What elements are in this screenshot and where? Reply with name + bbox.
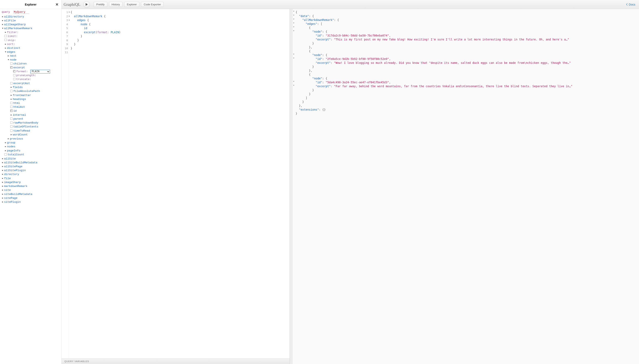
checkbox[interactable]: [10, 102, 12, 104]
field-file[interactable]: file: [4, 177, 11, 180]
caret-right-icon[interactable]: ▶: [10, 114, 12, 116]
field-allSitePage[interactable]: allSitePage: [4, 165, 22, 168]
prettify-button[interactable]: Prettify: [94, 2, 107, 7]
field-imageSharp[interactable]: imageSharp: [4, 181, 21, 184]
caret-right-icon[interactable]: ▶: [4, 145, 6, 148]
field-timeToRead[interactable]: timeToRead: [13, 129, 30, 132]
caret-right-icon[interactable]: ▶: [2, 158, 4, 160]
field-fields[interactable]: fields: [13, 86, 23, 89]
caret-right-icon[interactable]: ▶: [2, 193, 4, 196]
field-totalCount[interactable]: totalCount: [8, 153, 24, 156]
execute-button[interactable]: [83, 1, 90, 8]
caret-right-icon[interactable]: ▶: [2, 19, 4, 22]
field-allDirectory[interactable]: allDirectory: [4, 15, 24, 18]
field-distinct[interactable]: distinct: [7, 46, 20, 50]
fold-caret-icon[interactable]: ▼: [69, 18, 70, 22]
caret-right-icon[interactable]: ▶: [4, 141, 6, 144]
field-siteBuildMetadata[interactable]: siteBuildMetadata: [4, 193, 32, 196]
field-headings[interactable]: headings: [13, 98, 26, 101]
explorer-button[interactable]: Explorer: [124, 2, 139, 7]
query-name-input[interactable]: [13, 10, 29, 14]
checkbox-checked[interactable]: [13, 70, 16, 72]
field-children[interactable]: children: [13, 62, 27, 65]
field-excerptAst[interactable]: excerptAst: [13, 82, 30, 85]
field-allSitePlugin[interactable]: allSitePlugin: [4, 169, 26, 172]
field-site[interactable]: site: [4, 188, 11, 192]
result-json[interactable]: { "data": { "allMarkdownRemark": { "edge…: [295, 9, 639, 364]
arg-limit[interactable]: limit:: [8, 35, 18, 38]
field-group[interactable]: group: [7, 141, 16, 144]
history-button[interactable]: History: [109, 2, 122, 7]
field-previous[interactable]: previous: [10, 137, 23, 140]
fold-caret-icon[interactable]: ▼: [69, 10, 70, 14]
checkbox[interactable]: [13, 78, 16, 80]
field-next[interactable]: next: [10, 54, 16, 58]
field-excerpt[interactable]: excerpt: [13, 66, 25, 69]
field-pageInfo[interactable]: pageInfo: [7, 149, 20, 152]
format-select[interactable]: PLAIN: [30, 70, 50, 74]
checkbox[interactable]: [4, 35, 7, 37]
caret-right-icon[interactable]: ▶: [4, 31, 6, 34]
arg-format[interactable]: format:: [16, 70, 28, 73]
checkbox[interactable]: [10, 90, 12, 92]
caret-right-icon[interactable]: ▶: [2, 177, 4, 180]
field-directory[interactable]: directory: [4, 173, 19, 176]
docs-button[interactable]: Docs: [624, 2, 637, 7]
caret-right-icon[interactable]: ▶: [2, 23, 4, 26]
field-sitePage[interactable]: sitePage: [4, 196, 18, 200]
column-resizer[interactable]: [290, 9, 292, 364]
checkbox[interactable]: [4, 39, 7, 41]
fold-caret-icon[interactable]: ▼: [69, 14, 70, 18]
caret-right-icon[interactable]: ▶: [8, 138, 10, 140]
checkbox-checked[interactable]: [10, 110, 12, 112]
caret-down-icon[interactable]: ▼: [4, 51, 6, 54]
code-area[interactable]: { allMarkdownRemark { edges { node { id …: [69, 9, 290, 358]
arg-filter[interactable]: filter:: [7, 31, 19, 34]
checkbox[interactable]: [10, 82, 12, 84]
checkbox[interactable]: [10, 125, 12, 128]
field-allFile[interactable]: allFile: [4, 19, 16, 22]
caret-right-icon[interactable]: ▶: [4, 150, 6, 152]
caret-right-icon[interactable]: ▶: [2, 173, 4, 176]
query-editor[interactable]: 1▼ 2▼ 3▼ 4 5 6 7 8 9 10 11 { allMarkdown…: [62, 9, 290, 358]
caret-right-icon[interactable]: ▶: [2, 185, 4, 188]
checkbox[interactable]: [13, 74, 16, 76]
field-rawMarkdownBody[interactable]: rawMarkdownBody: [13, 121, 38, 124]
field-sitePlugin[interactable]: sitePlugin: [4, 200, 21, 204]
close-icon[interactable]: ✕: [56, 2, 58, 7]
caret-right-icon[interactable]: ▶: [2, 16, 4, 18]
field-frontmatter[interactable]: frontmatter: [13, 94, 31, 97]
checkbox[interactable]: [10, 118, 12, 120]
checkbox[interactable]: [10, 130, 12, 132]
arg-truncate[interactable]: truncate:: [16, 78, 31, 81]
caret-right-icon[interactable]: ▶: [8, 54, 10, 58]
arg-skip[interactable]: skip:: [8, 39, 16, 42]
field-node[interactable]: node: [10, 58, 16, 61]
field-parent[interactable]: parent: [13, 117, 24, 120]
caret-right-icon[interactable]: ▶: [10, 133, 12, 136]
field-allSiteBuildMetadata[interactable]: allSiteBuildMetadata: [4, 161, 37, 164]
field-fileAbsolutePath[interactable]: fileAbsolutePath: [13, 90, 40, 93]
caret-right-icon[interactable]: ▶: [2, 169, 4, 172]
caret-right-icon[interactable]: ▶: [2, 181, 4, 184]
caret-right-icon[interactable]: ▶: [10, 98, 12, 101]
field-allMarkdownRemark[interactable]: allMarkdownRemark: [4, 27, 32, 30]
checkbox[interactable]: [10, 106, 12, 108]
caret-right-icon[interactable]: ▶: [2, 201, 4, 204]
checkbox[interactable]: [10, 62, 12, 65]
field-wordCount[interactable]: wordCount: [13, 133, 28, 136]
field-allSite[interactable]: allSite: [4, 157, 16, 160]
caret-right-icon[interactable]: ▶: [2, 197, 4, 200]
field-id[interactable]: id: [13, 109, 16, 112]
arg-pruneLength[interactable]: pruneLength:: [16, 74, 36, 77]
code-exporter-button[interactable]: Code Exporter: [141, 2, 164, 7]
arg-sort[interactable]: sort:: [7, 43, 16, 46]
field-tableOfContents[interactable]: tableOfContents: [13, 125, 38, 128]
caret-right-icon[interactable]: ▶: [4, 43, 6, 46]
checkbox[interactable]: [10, 122, 12, 124]
caret-right-icon[interactable]: ▶: [10, 86, 12, 89]
checkbox-checked[interactable]: [10, 66, 12, 68]
caret-right-icon[interactable]: ▶: [2, 165, 4, 168]
field-nodes[interactable]: nodes: [7, 145, 16, 148]
field-edges[interactable]: edges: [7, 50, 16, 54]
